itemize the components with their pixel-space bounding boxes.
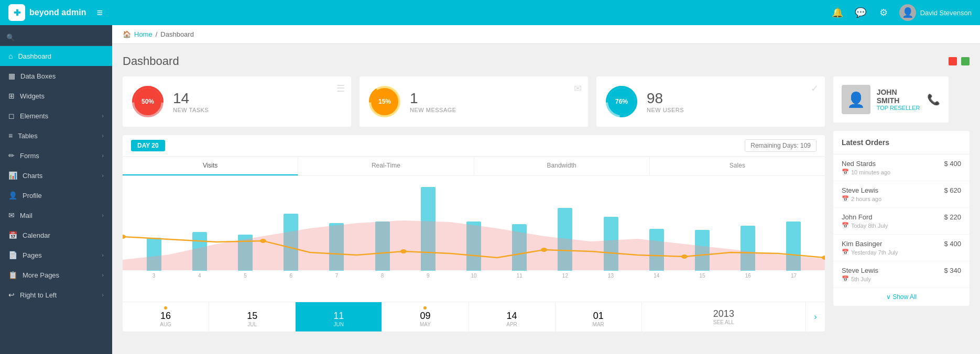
order-row: Kim Basinger 📅 Yesterday 7th July $ 400 <box>833 235 970 261</box>
order-time-text: Today 8th July <box>851 223 888 229</box>
top-nav: ✚ beyond admin ≡ 🔔 💬 ⚙ 👤 David Stevenson <box>0 0 980 25</box>
date-cell-JUL[interactable]: 15 JUL <box>209 302 296 331</box>
sidebar-item-profile[interactable]: 👤 Profile <box>0 185 112 205</box>
order-row: Ned Stards 📅 10 minutes ago $ 400 <box>833 154 970 181</box>
sidebar-item-widgets[interactable]: ⊞ Widgets <box>0 86 112 106</box>
date-cell-APR[interactable]: 14 APR <box>469 302 556 331</box>
sidebar-item-more-pages[interactable]: 📋 More Pages › <box>0 265 112 285</box>
date-see-all[interactable]: 2013 SEE ALL <box>642 302 806 331</box>
order-name: Ned Stards <box>842 160 890 168</box>
chevron-icon: › <box>102 152 104 159</box>
sidebar-icon-pages: 📄 <box>8 251 17 259</box>
date-month: AUG <box>125 322 206 327</box>
order-amount: $ 400 <box>944 160 961 168</box>
right-panel: 👤 JOHN SMITH TOP RESELLER 📞 Latest Order… <box>833 76 970 306</box>
logo-area: ✚ beyond admin ≡ <box>8 4 830 21</box>
chart-tab-bandwidth[interactable]: Bandwidth <box>474 157 650 175</box>
sidebar-item-pages[interactable]: 📄 Pages › <box>0 245 112 265</box>
sidebar-icon-more-pages: 📋 <box>8 271 17 279</box>
chart-tab-sales[interactable]: Sales <box>650 157 825 175</box>
order-time: 📅 2 hours ago <box>842 195 881 202</box>
circle-label-tasks: 50% <box>141 98 154 105</box>
date-cell-JUN[interactable]: 11 JUN <box>296 302 382 331</box>
chevron-icon: › <box>102 113 104 119</box>
bar-label: 12 <box>562 273 568 279</box>
sidebar-label-right-to-left: Right to Left <box>20 291 57 299</box>
date-cell-AUG[interactable]: 16 AUG <box>123 302 209 331</box>
hamburger-icon[interactable]: ≡ <box>96 7 103 19</box>
sidebar-icon-profile: 👤 <box>8 191 17 200</box>
reseller-role: TOP RESELLER <box>877 105 921 111</box>
phone-icon[interactable]: 📞 <box>927 93 940 106</box>
date-num: 16 <box>125 311 206 322</box>
breadcrumb-home[interactable]: Home <box>134 30 153 38</box>
area-chart-overlay <box>123 176 825 270</box>
logo-icon: ✚ <box>8 4 25 21</box>
stat-top-icon-messages: ✉ <box>574 83 582 94</box>
chart-body: 3 4 5 6 7 8 9 10 11 12 13 14 15 16 <box>123 176 825 302</box>
order-amount: $ 620 <box>944 186 961 194</box>
stat-top-icon-users: ✓ <box>811 83 819 94</box>
stat-number-messages: 1 <box>410 90 580 107</box>
sidebar-icon-dashboard: ⌂ <box>8 52 13 60</box>
content-row: 50% 14 NEW TASKS ☰ 15% 1 NEW MESSAGE ✉ 7… <box>123 76 970 340</box>
sidebar-item-left: ✉ Mail <box>8 211 32 219</box>
order-name: Steve Lewis <box>842 186 881 194</box>
chart-section: DAY 20 Remaining Days: 109 VisitsReal-Ti… <box>123 135 825 331</box>
circle-label-messages: 15% <box>378 98 391 105</box>
orders-card: Latest Orders Ned Stards 📅 10 minutes ag… <box>833 131 970 306</box>
bell-icon[interactable]: 🔔 <box>830 5 845 20</box>
chevron-icon: › <box>102 132 104 139</box>
sidebar-item-left: 📄 Pages <box>8 251 42 259</box>
sidebar-item-data-boxes[interactable]: ▦ Data Boxes <box>0 66 112 86</box>
sidebar-icon-forms: ✏ <box>8 151 15 160</box>
home-icon: 🏠 <box>123 30 131 38</box>
sidebar-item-left: 📅 Calendar <box>8 231 50 239</box>
date-num: 14 <box>471 311 553 322</box>
date-nav-arrow[interactable]: › <box>806 302 825 331</box>
messages-icon[interactable]: 💬 <box>853 5 868 20</box>
page-title-row: Dashboard <box>123 54 970 68</box>
settings-icon[interactable]: ⚙ <box>876 5 891 20</box>
sidebar-item-left: 📋 More Pages <box>8 271 59 279</box>
chevron-icon: › <box>102 272 104 278</box>
search-icon: 🔍 <box>6 34 15 41</box>
user-area[interactable]: 👤 David Stevenson <box>899 4 972 21</box>
sidebar-item-mail[interactable]: ✉ Mail › <box>0 205 112 225</box>
sidebar-item-calendar[interactable]: 📅 Calendar <box>0 225 112 245</box>
sidebar-item-dashboard[interactable]: ⌂ Dashboard <box>0 46 112 66</box>
order-name: John Ford <box>842 213 888 221</box>
date-num: 09 <box>384 311 466 322</box>
sidebar-item-forms[interactable]: ✏ Forms › <box>0 146 112 165</box>
sidebar-item-charts[interactable]: 📊 Charts › <box>0 165 112 185</box>
show-all-button[interactable]: ∨ Show All <box>833 288 970 306</box>
order-name: Steve Lewis <box>842 267 878 274</box>
breadcrumb: 🏠 Home / Dashboard <box>112 25 980 44</box>
page-title-icons <box>949 57 970 65</box>
calendar-icon: 📅 <box>842 195 849 202</box>
bar-label: 16 <box>745 273 751 279</box>
sidebar-item-left: ✏ Forms <box>8 151 39 160</box>
date-cell-MAR[interactable]: 01 MAR <box>556 302 642 331</box>
stat-top-icon-tasks: ☰ <box>336 83 345 94</box>
sidebar-search: 🔍 <box>0 29 112 46</box>
circle-progress-tasks: 50% <box>131 85 165 118</box>
bar-label: 8 <box>381 273 384 279</box>
sidebar-item-elements[interactable]: ◻ Elements › <box>0 106 112 126</box>
sidebar-item-right-to-left[interactable]: ↩ Right to Left › <box>0 285 112 305</box>
chart-tab-real-time[interactable]: Real-Time <box>298 157 474 175</box>
calendar-icon: 📅 <box>842 275 849 282</box>
see-all-year: 2013 <box>713 308 734 319</box>
date-cell-MAY[interactable]: 09 MAY <box>382 302 469 331</box>
order-amount: $ 220 <box>944 213 961 221</box>
reseller-name: JOHN SMITH <box>877 88 921 105</box>
sidebar-label-profile: Profile <box>23 192 42 200</box>
stat-cards: 50% 14 NEW TASKS ☰ 15% 1 NEW MESSAGE ✉ 7… <box>123 76 825 127</box>
sidebar-label-mail: Mail <box>20 212 32 219</box>
chevron-icon: › <box>102 252 104 258</box>
sidebar-item-tables[interactable]: ≡ Tables › <box>0 126 112 146</box>
content-area: Dashboard 50% 14 NEW TASKS ☰ <box>112 44 980 350</box>
chart-tab-visits[interactable]: Visits <box>123 157 298 175</box>
sidebar-item-left: ◻ Elements <box>8 112 48 120</box>
bar-label: 3 <box>153 273 156 279</box>
